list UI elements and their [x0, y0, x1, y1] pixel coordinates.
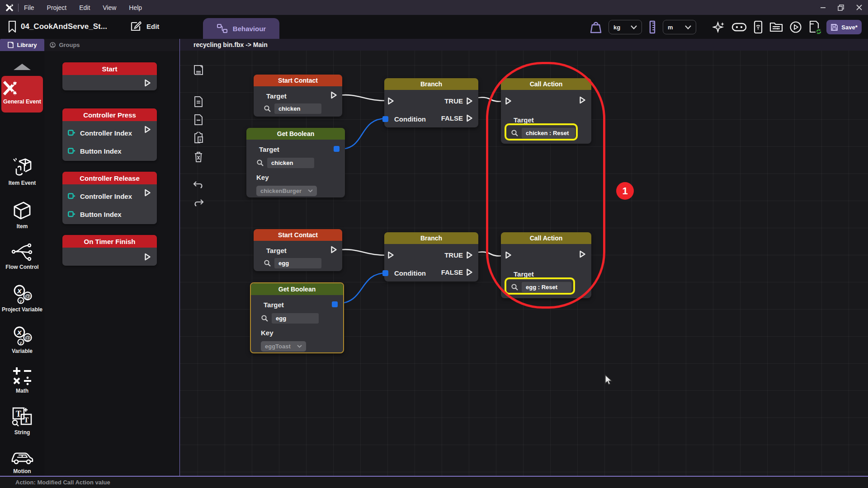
input-label: Button Index — [80, 147, 122, 155]
target-value[interactable]: egg — [274, 258, 321, 268]
menu-file[interactable]: File — [24, 4, 34, 11]
target-search-field[interactable]: egg — [264, 258, 321, 268]
exec-out-pin[interactable] — [330, 91, 337, 99]
exec-out-pin[interactable] — [144, 189, 151, 197]
target-search-field[interactable]: egg — [261, 313, 319, 324]
bookmark-icon — [7, 20, 17, 33]
svg-text:T: T — [16, 409, 21, 418]
bool-out-pin[interactable] — [332, 301, 338, 307]
sidebar-item-variable[interactable]: x@y Variable — [0, 326, 44, 354]
false-label: FALSE — [441, 114, 463, 122]
item-cube-icon — [0, 200, 44, 221]
exec-out-pin[interactable] — [330, 246, 337, 253]
vr-headset-icon[interactable] — [731, 22, 747, 33]
tab-library[interactable]: Library — [0, 39, 44, 51]
play-preview-icon[interactable] — [789, 21, 802, 33]
menu-help[interactable]: Help — [129, 4, 142, 11]
category-label: Item — [0, 223, 44, 230]
minimize-button[interactable] — [814, 0, 832, 15]
project-files-icon[interactable] — [769, 21, 783, 33]
bool-out-pin[interactable] — [334, 146, 340, 152]
tab-groups[interactable]: Groups — [44, 39, 85, 51]
data-in-pin[interactable] — [68, 130, 75, 136]
data-in-pin[interactable] — [68, 148, 75, 154]
target-label: Target — [266, 92, 287, 100]
sidebar-item-flow-control[interactable]: Flow Control — [0, 243, 44, 270]
sidebar-item-item-event[interactable]: Item Event — [0, 158, 44, 186]
length-unit-select[interactable]: m — [663, 20, 696, 34]
svg-text:x: x — [17, 328, 22, 337]
exec-false-pin[interactable] — [466, 268, 473, 276]
palette-node-on-timer-finish[interactable]: On Timer Finish — [62, 235, 157, 266]
save-button[interactable]: Save* — [826, 20, 862, 34]
palette-node-controller-release[interactable]: Controller Release Controller Index Butt… — [62, 172, 157, 224]
svg-text:T: T — [24, 416, 29, 424]
exec-in-pin[interactable] — [387, 251, 394, 259]
key-value: chickenBurger — [260, 188, 302, 194]
node-branch-1[interactable]: Branch TRUE Condition FALSE — [384, 78, 478, 127]
mobile-device-icon[interactable] — [753, 20, 763, 34]
target-search-field[interactable]: chicken — [256, 158, 314, 168]
target-value[interactable]: chicken — [274, 103, 321, 114]
data-in-pin[interactable] — [68, 193, 75, 199]
node-title: Branch — [384, 232, 478, 244]
node-start-contact-1[interactable]: Start Contact Target chicken — [254, 75, 342, 117]
svg-text:x: x — [17, 286, 22, 295]
scroll-up-icon[interactable] — [14, 64, 31, 70]
exec-false-pin[interactable] — [466, 114, 473, 122]
floppy-icon — [830, 23, 838, 31]
data-in-pin[interactable] — [68, 211, 75, 217]
exec-out-pin[interactable] — [144, 126, 151, 133]
bool-condition-pin[interactable] — [382, 270, 388, 276]
palette-node-controller-press[interactable]: Controller Press Controller Index Button… — [62, 108, 157, 161]
palette-node-title: Controller Press — [62, 108, 157, 121]
sidebar-item-project-variable[interactable]: x@y Project Variable — [0, 284, 44, 313]
chevron-down-icon — [297, 345, 302, 348]
menu-view[interactable]: View — [103, 4, 116, 11]
target-label: Target — [264, 301, 284, 309]
node-get-boolean-2[interactable]: Get Boolean Target egg Key eggToast — [250, 282, 344, 353]
key-dropdown[interactable]: chickenBurger — [256, 186, 317, 196]
restore-button[interactable] — [832, 0, 850, 15]
node-start-contact-2[interactable]: Start Contact Target egg — [254, 229, 342, 271]
exec-out-pin[interactable] — [144, 253, 151, 261]
edit-label: Edit — [146, 23, 159, 30]
app-logo-icon — [5, 3, 14, 12]
annotation-circle — [486, 62, 605, 309]
sidebar-item-string[interactable]: TT String — [0, 406, 44, 436]
condition-label: Condition — [394, 115, 426, 123]
menu-edit[interactable]: Edit — [79, 4, 90, 11]
sidebar-item-motion[interactable]: Motion — [0, 448, 44, 474]
file-sync-icon[interactable] — [808, 20, 820, 34]
app-window: File Project Edit View Help 04_CookAndSe… — [0, 0, 868, 488]
node-title: Branch — [384, 78, 478, 90]
node-get-boolean-1[interactable]: Get Boolean Target chicken Key chickenBu… — [246, 128, 345, 197]
target-value[interactable]: egg — [272, 313, 319, 324]
palette-node-title: Controller Release — [62, 172, 157, 184]
behaviour-tab-label: Behaviour — [233, 25, 266, 33]
key-dropdown[interactable]: eggToast — [261, 341, 306, 352]
menu-project[interactable]: Project — [47, 4, 67, 11]
edit-button[interactable]: Edit — [130, 20, 159, 32]
node-title: Start Contact — [254, 229, 342, 241]
sidebar-item-math[interactable]: Math — [0, 366, 44, 394]
exec-in-pin[interactable] — [387, 97, 394, 105]
exec-out-pin[interactable] — [144, 79, 151, 87]
node-branch-2[interactable]: Branch TRUE Condition FALSE — [384, 232, 478, 282]
mass-unit-select[interactable]: kg — [609, 20, 642, 34]
category-label: Motion — [0, 468, 44, 474]
sidebar-item-general-event[interactable]: General Event — [1, 76, 43, 113]
bool-condition-pin[interactable] — [382, 116, 388, 122]
tab-behaviour[interactable]: Behaviour — [203, 18, 279, 39]
category-label: Variable — [0, 348, 44, 354]
target-search-field[interactable]: chicken — [264, 103, 321, 114]
ai-sparkle-icon[interactable] — [712, 21, 725, 33]
target-value[interactable]: chicken — [267, 158, 314, 168]
sidebar-item-item[interactable]: Item — [0, 200, 44, 230]
palette-node-start[interactable]: Start — [62, 62, 157, 90]
close-button[interactable] — [850, 0, 868, 15]
exec-true-pin[interactable] — [466, 251, 473, 259]
search-icon — [261, 314, 269, 322]
exec-true-pin[interactable] — [466, 97, 473, 105]
target-label: Target — [266, 247, 287, 254]
